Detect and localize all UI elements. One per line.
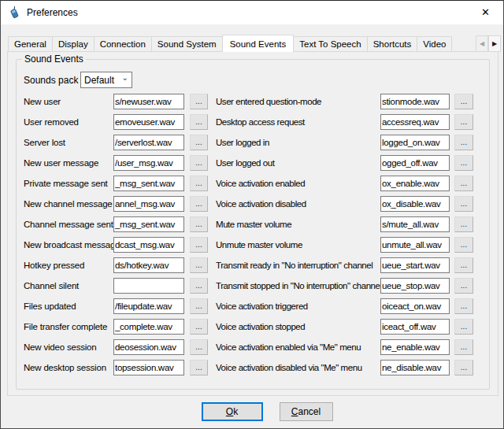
sound-event-row: Transmit ready in "No interruption" chan…: [216, 257, 473, 273]
sound-file-input[interactable]: [380, 94, 450, 109]
sound-event-label: Transmit ready in "No interruption" chan…: [216, 261, 380, 270]
sound-file-input[interactable]: [113, 196, 184, 212]
tab-general[interactable]: General: [8, 36, 53, 52]
chevron-down-icon: ⌄: [122, 73, 128, 82]
sound-file-input[interactable]: [113, 114, 184, 130]
sounds-pack-row: Sounds pack Default ⌄: [24, 72, 489, 88]
sound-event-row: Voice activation enabled via "Me" menu .…: [216, 339, 473, 355]
tab-sound-system[interactable]: Sound System: [151, 36, 223, 52]
sounds-pack-select[interactable]: Default ⌄: [80, 72, 132, 88]
ok-button[interactable]: Ok: [202, 402, 263, 421]
sound-event-label: File transfer complete: [24, 322, 113, 331]
browse-button[interactable]: ...: [454, 257, 473, 273]
preferences-dialog: Preferences ✕ GeneralDisplayConnectionSo…: [0, 0, 504, 429]
sound-event-label: Unmute master volume: [216, 240, 380, 250]
close-button[interactable]: ✕: [468, 1, 503, 24]
browse-button[interactable]: ...: [454, 360, 473, 375]
sound-file-input[interactable]: [380, 339, 450, 355]
sound-event-label: New user message: [24, 158, 113, 168]
tab-shortcuts[interactable]: Shortcuts: [367, 36, 418, 52]
browse-button[interactable]: ...: [454, 155, 473, 171]
browse-button[interactable]: ...: [190, 216, 208, 232]
browse-button[interactable]: ...: [454, 237, 473, 253]
browse-button[interactable]: ...: [190, 114, 208, 130]
browse-button[interactable]: ...: [454, 278, 473, 294]
browse-button[interactable]: ...: [454, 114, 473, 130]
browse-button[interactable]: ...: [190, 94, 208, 109]
sound-event-label: Voice activation disabled via "Me" menu: [216, 363, 380, 372]
sound-file-input[interactable]: [380, 176, 450, 191]
browse-button[interactable]: ...: [190, 298, 208, 314]
sound-file-input[interactable]: [113, 216, 184, 232]
tab-scroll-left-icon[interactable]: ◀: [476, 35, 488, 52]
sound-file-input[interactable]: [380, 360, 450, 375]
browse-button[interactable]: ...: [190, 237, 208, 253]
sound-file-input[interactable]: [380, 135, 450, 150]
sound-file-input[interactable]: [113, 257, 184, 273]
browse-button[interactable]: ...: [190, 257, 208, 273]
sounds-pack-value: Default: [84, 75, 114, 86]
browse-button[interactable]: ...: [454, 176, 473, 191]
sound-event-row: Unmute master volume ...: [216, 237, 473, 253]
sound-event-row: Transmit stopped in "No interruption" ch…: [216, 278, 473, 294]
sound-event-row: User logged in ...: [216, 135, 473, 150]
browse-button[interactable]: ...: [454, 196, 473, 212]
sound-file-input[interactable]: [380, 257, 450, 273]
sound-file-input[interactable]: [380, 196, 450, 212]
browse-button[interactable]: ...: [190, 155, 208, 171]
sound-event-label: User removed: [24, 117, 113, 127]
browse-button[interactable]: ...: [454, 298, 473, 314]
sound-file-input[interactable]: [380, 114, 450, 130]
cancel-button[interactable]: Cancel: [280, 402, 333, 421]
sound-file-input[interactable]: [113, 155, 184, 171]
browse-button[interactable]: ...: [190, 135, 208, 150]
sound-event-row: File transfer complete ...: [24, 319, 208, 335]
browse-button[interactable]: ...: [190, 176, 208, 191]
tab-scrollers: ◀ ▶: [476, 35, 501, 52]
sound-file-input[interactable]: [113, 176, 184, 191]
sound-file-input[interactable]: [113, 298, 184, 314]
tab-display[interactable]: Display: [52, 36, 94, 52]
browse-button[interactable]: ...: [190, 339, 208, 355]
sound-file-input[interactable]: [380, 237, 450, 253]
sound-file-input[interactable]: [113, 319, 184, 335]
tab-text-to-speech[interactable]: Text To Speech: [293, 36, 367, 52]
app-icon: [8, 6, 20, 19]
browse-button[interactable]: ...: [454, 216, 473, 232]
sound-event-row: New user ...: [24, 94, 208, 109]
sound-file-input[interactable]: [380, 155, 450, 171]
browse-button[interactable]: ...: [454, 319, 473, 335]
sound-file-input[interactable]: [380, 319, 450, 335]
tab-sound-events[interactable]: Sound Events: [222, 35, 295, 52]
tab-scroll-right-icon[interactable]: ▶: [488, 35, 501, 52]
tab-video[interactable]: Video: [417, 36, 452, 52]
browse-button[interactable]: ...: [454, 135, 473, 150]
browse-button[interactable]: ...: [454, 94, 473, 109]
sound-file-input[interactable]: [113, 278, 184, 294]
sound-file-input[interactable]: [380, 278, 450, 294]
sound-file-input[interactable]: [113, 94, 184, 109]
sound-event-row: User entered question-mode ...: [216, 94, 473, 109]
tab-connection[interactable]: Connection: [94, 36, 152, 52]
browse-button[interactable]: ...: [190, 319, 208, 335]
sound-event-row: User removed ...: [24, 114, 208, 130]
sound-event-row: Channel message sent ...: [24, 216, 208, 232]
sound-file-input[interactable]: [113, 360, 184, 375]
sound-event-label: Server lost: [24, 138, 113, 147]
sound-file-input[interactable]: [113, 237, 184, 253]
sound-file-input[interactable]: [113, 339, 184, 355]
sound-event-label: User logged in: [216, 138, 380, 147]
browse-button[interactable]: ...: [190, 278, 208, 294]
sound-file-input[interactable]: [113, 135, 184, 150]
sound-file-input[interactable]: [380, 216, 450, 232]
sound-event-row: New channel message ...: [24, 196, 208, 212]
browse-button[interactable]: ...: [190, 360, 208, 375]
sound-event-row: Voice activation stopped ...: [216, 319, 473, 335]
browse-button[interactable]: ...: [454, 339, 473, 355]
sound-event-row: Files updated ...: [24, 298, 208, 314]
sound-event-label: Voice activation triggered: [216, 301, 380, 311]
sound-event-label: Private message sent: [24, 179, 113, 188]
browse-button[interactable]: ...: [190, 196, 208, 212]
sound-file-input[interactable]: [380, 298, 450, 314]
dialog-button-row: Ok Cancel: [16, 402, 504, 421]
